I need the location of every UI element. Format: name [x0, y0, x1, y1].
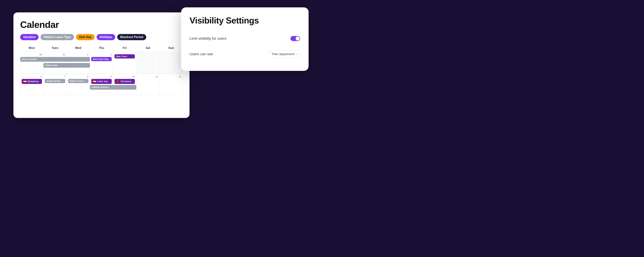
event-labor-day[interactable]: Labor day: [91, 79, 112, 84]
legend-row: Vacation Hidden Leave Type Sick Day Holi…: [20, 34, 183, 40]
remove-department-button[interactable]: ×: [296, 53, 297, 56]
legend-sick[interactable]: Sick Day: [76, 34, 94, 40]
day-header-wed: Wed: [66, 45, 90, 51]
calendar-card: Calendar Vacation Hidden Leave Type Sick…: [14, 12, 190, 118]
event-new-years-day[interactable]: New Years Day: [91, 57, 112, 61]
week-1-grid: 30 31 1 2 New Years Day: [20, 52, 183, 74]
event-ephiphany[interactable]: Ephiphany: [22, 79, 42, 84]
week-row-2: 6 Ephiphany 7 Jordyn Donin: [20, 74, 183, 96]
date-8: 8: [68, 75, 88, 78]
cal-cell-2: 2 New Years Day: [90, 52, 113, 74]
cal-cell-w1-6: [160, 52, 183, 74]
day-header-sun: Sun: [160, 45, 183, 51]
day-header-sat: Sat: [136, 45, 160, 51]
date-7: 7: [45, 75, 65, 78]
cal-cell-9: 9 Labor day: [90, 74, 113, 96]
cal-cell-10: 10 🎄 Christmas: [113, 74, 136, 96]
day-header-mon: Mon: [20, 45, 44, 51]
day-headers: Mon Tues Wed Thu Fri Sat Sun: [20, 45, 183, 51]
week-row-1: 30 31 1 2 New Years Day: [20, 52, 183, 74]
users-can-see-label: Users can see: [190, 52, 213, 56]
cal-cell-11: 11: [136, 74, 160, 96]
legend-blackout[interactable]: Blackout Period: [117, 34, 146, 40]
day-header-fri: Fri: [113, 45, 136, 51]
legend-holidays[interactable]: Holidays: [96, 34, 115, 40]
limit-visibility-row: Limit visibility for users: [190, 31, 300, 46]
cal-cell-8: 8 Ruben Franci: [67, 74, 90, 96]
cal-cell-31: 31: [44, 52, 66, 74]
visibility-title: Visibility Settings: [190, 16, 300, 25]
date-12: 12: [161, 75, 181, 78]
event-jordyn-donin[interactable]: Jordyn Donin: [45, 79, 65, 83]
cal-cell-1: 1: [67, 52, 90, 74]
flag-id-2: [93, 80, 96, 83]
cal-cell-new-years-cont: New Years: [113, 52, 136, 74]
date-30: 30: [22, 53, 42, 56]
cal-cell-w1-5: [136, 52, 160, 74]
department-label: Their department: [272, 52, 294, 56]
day-header-tues: Tues: [44, 45, 67, 51]
date-31: 31: [45, 53, 65, 56]
users-can-see-row: Users can see Their department ×: [190, 46, 300, 62]
limit-visibility-toggle[interactable]: [290, 36, 300, 41]
cal-cell-30: 30: [20, 52, 44, 74]
calendar-title: Calendar: [20, 19, 183, 30]
date-2: 2: [91, 53, 112, 56]
department-tag[interactable]: Their department ×: [269, 51, 300, 58]
day-header-thu: Thu: [90, 45, 113, 51]
event-ruben-franci[interactable]: Ruben Franci: [68, 79, 88, 83]
legend-vacation[interactable]: Vacation: [20, 34, 38, 40]
calendar-body: 30 31 1 2 New Years Day: [20, 52, 183, 96]
limit-visibility-label: Limit visibility for users: [190, 36, 226, 41]
date-9: 9: [91, 75, 112, 78]
cal-cell-6: 6 Ephiphany: [20, 74, 44, 96]
visibility-card: Visibility Settings Limit visibility for…: [181, 7, 308, 71]
toggle-thumb: [296, 36, 300, 40]
date-6: 6: [22, 75, 42, 78]
date-1: 1: [68, 53, 88, 56]
week-2-grid: 6 Ephiphany 7 Jordyn Donin: [20, 74, 183, 96]
flag-indonesia: [23, 80, 27, 83]
cal-cell-7: 7 Jordyn Donin: [44, 74, 66, 96]
date-10: 10: [114, 75, 135, 78]
legend-hidden[interactable]: Hidden Leave Type: [40, 34, 74, 40]
flag-christmas: 🎄: [116, 80, 120, 83]
cal-cell-12: 12: [160, 74, 183, 96]
event-christmas[interactable]: 🎄 Christmas: [114, 79, 135, 84]
event-new-years[interactable]: New Years: [114, 54, 135, 58]
date-11: 11: [138, 75, 158, 78]
